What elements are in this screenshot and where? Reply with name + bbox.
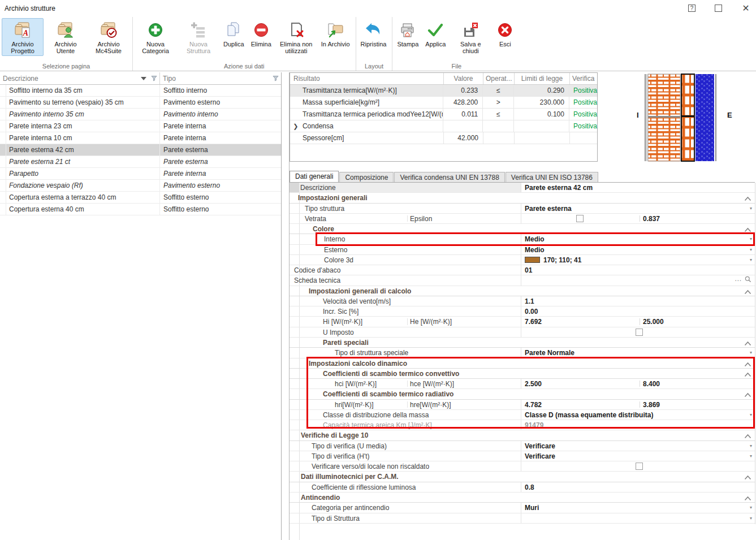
property-value[interactable]: Medio [525,246,545,254]
dropdown-arrow-icon[interactable]: ▾ [750,505,752,510]
toolbar-button-elimina[interactable]: Elimina [248,18,274,49]
category-verifiche-di-legge-10[interactable]: Verifiche di Legge 10 [290,430,755,440]
property-row-u-imposto[interactable]: U Imposto [290,327,755,338]
toolbar-button-in-archivio[interactable]: In Archivio [318,18,353,49]
property-row-colore-3d[interactable]: Colore 3d170; 110; 41▾ [290,255,755,265]
property-value[interactable]: Parete Normale [525,349,574,357]
filter-icon[interactable] [151,75,157,81]
table-row-parete-esterna-21-ct[interactable]: Parete esterna 21 ctParete esterna [0,156,281,168]
results-col-verifica[interactable]: Verifica [570,73,596,84]
property-value-2[interactable]: 0.837 [643,215,660,223]
property-value[interactable]: Classe D (massa equamente distribuita) [525,411,653,419]
property-row-tipo-di-struttura[interactable]: Tipo di Struttura▾ [290,513,755,524]
property-row-tipo-struttura[interactable]: Tipo strutturaParete esterna▾ [290,204,755,214]
toolbar-button-esci[interactable]: Esci [493,18,517,49]
table-row-copertura-esterna-a-terrazzo-40-cm[interactable]: Copertura esterna a terrazzo 40 cmSoffit… [0,192,281,204]
property-row-scheda-tecnica[interactable]: Scheda tecnica⋯ [290,275,755,286]
toolbar-button-stampa[interactable]: Stampa [394,18,421,49]
category-impostazioni-calcolo-dinamico[interactable]: Impostazioni calcolo dinamico [290,358,755,369]
category-colore[interactable]: Colore [290,224,755,234]
dropdown-arrow-icon[interactable]: ▾ [750,412,752,417]
collapse-chevron-icon[interactable] [744,195,751,203]
toolbar-button-archivio-progetto[interactable]: AArchivio Progetto [2,18,44,56]
property-value[interactable]: 2.500 [525,380,542,388]
property-row-tipo-di-verifica-u-media[interactable]: Tipo di verifica (U media)Verificare▾ [290,441,755,451]
results-col-limiti[interactable]: Limiti di legge [515,73,570,84]
sort-desc-icon[interactable] [141,77,146,80]
results-row-trasmittanza-termica-w-m-k[interactable]: Trasmittanza termica[W/(m²·K)]0.233≤0.29… [290,85,597,97]
table-row-fondazione-vespaio-rf[interactable]: Fondazione vespaio (Rf)Pavimento esterno [0,180,281,192]
property-value[interactable]: Medio [525,235,545,243]
dropdown-arrow-icon[interactable]: ▾ [750,453,752,459]
property-row-coefficiente-di-riflessione-luminosa[interactable]: Coefficiente di riflessione luminosa0.8 [290,482,755,493]
property-row-codice-d-abaco[interactable]: Codice d'abaco01 [290,265,755,275]
property-row-classe-di-distribuzione-della-massa[interactable]: Classe di distribuzione della massaClass… [290,410,755,420]
toolbar-button-salva-e-chiudi[interactable]: Salva e chiudi [450,18,491,56]
property-value[interactable]: Parete esterna 42 cm [525,184,593,192]
property-value[interactable]: 01 [525,266,532,274]
property-row-incr-sic[interactable]: Incr. Sic [%]0.00 [290,306,755,317]
table-row-pavimento-interno-35-cm[interactable]: Pavimento interno 35 cmPavimento interno [0,109,281,120]
property-value[interactable]: Verificare [525,452,555,460]
property-row-hi-w-m-k[interactable]: Hi [W/(m²·K)]He [W/(m²·K)]7.69225.000 [290,317,755,327]
dropdown-arrow-icon[interactable]: ▾ [750,247,752,252]
category-impostazioni-generali-di-calcolo[interactable]: Impostazioni generali di calcolo [290,286,755,296]
toolbar-button-elimina-non-utilizzati[interactable]: Elimina non utilizzati [275,18,317,56]
results-row-massa-superficiale-kg-m[interactable]: Massa superficiale[kg/m²]428.200>230.000… [290,97,597,109]
property-value-2[interactable]: 3.869 [643,401,660,409]
property-value[interactable]: Verificare [525,442,555,450]
property-row-tipo-di-struttura-speciale[interactable]: Tipo di struttura specialeParete Normale… [290,348,755,358]
ellipsis-button[interactable]: ⋯ [735,277,741,284]
help-icon[interactable]: ? [688,5,695,12]
results-row-spessore-cm[interactable]: Spessore[cm]42.000 [290,132,597,144]
property-value[interactable]: 1.1 [525,297,534,305]
property-row-interno[interactable]: InternoMedio▾ [290,234,755,244]
property-row-esterno[interactable]: EsternoMedio▾ [290,245,755,255]
checkbox[interactable] [576,215,584,222]
collapse-chevron-icon[interactable] [744,288,751,296]
toolbar-button-archivio-mc4suite[interactable]: Archivio Mc4Suite [88,18,129,56]
tab-composizione[interactable]: Composizione [339,172,394,182]
property-value[interactable]: 0.8 [525,483,534,491]
property-row-velocit-del-vento-m-s[interactable]: Velocità del vento[m/s]1.1 [290,296,755,306]
expand-arrow-icon[interactable]: ❯ [290,120,301,132]
results-col-valore[interactable]: Valore [444,73,483,84]
property-row-descrizione[interactable]: DescrizioneParete esterna 42 cm [290,183,755,193]
dropdown-arrow-icon[interactable]: ▾ [750,516,752,521]
tab-dati-generali[interactable]: Dati generali [290,171,339,182]
property-value-2[interactable]: 8.400 [643,380,660,388]
dropdown-arrow-icon[interactable]: ▾ [750,236,752,241]
category-dati-illuminotecnici-per-c-a-m[interactable]: Dati illuminotecnici per C.A.M. [290,472,755,482]
column-header-descrizione[interactable]: Descrizione [0,72,160,84]
dropdown-arrow-icon[interactable]: ▾ [750,257,752,262]
property-value[interactable]: 7.692 [525,318,542,326]
results-col-operatore[interactable]: Operat... [483,73,515,84]
category-antincendio[interactable]: Antincendio [290,493,755,503]
collapse-chevron-icon[interactable] [744,226,751,234]
property-value-2[interactable]: 25.000 [643,318,664,326]
property-value[interactable]: 170; 110; 41 [525,256,581,264]
collapse-chevron-icon[interactable] [744,433,751,440]
magnifier-icon[interactable] [745,276,751,284]
collapse-chevron-icon[interactable] [744,391,751,399]
close-icon[interactable]: ✕ [741,3,750,12]
checkbox[interactable] [636,329,643,336]
category-pareti-speciali[interactable]: Pareti speciali [290,338,755,348]
dropdown-arrow-icon[interactable]: ▾ [750,206,752,211]
collapse-chevron-icon[interactable] [744,361,751,369]
maximize-icon[interactable] [715,5,722,12]
toolbar-button-ripristina[interactable]: Ripristina [358,18,390,49]
category-coefficienti-di-scambio-termico-convettivo[interactable]: Coefficienti di scambio termico convetti… [290,369,755,379]
collapse-chevron-icon[interactable] [744,340,751,348]
toolbar-button-archivio-utente[interactable]: Archivio Utente [45,18,87,56]
column-header-tipo[interactable]: Tipo [160,72,281,84]
table-row-copertura-esterna-40-cm[interactable]: Copertura esterna 40 cmSoffitto esterno [0,204,281,215]
tab-verifica-uni-en-iso-13786[interactable]: Verifica UNI EN ISO 13786 [506,172,598,182]
collapse-chevron-icon[interactable] [744,495,751,503]
category-coefficienti-di-scambio-termico-radiativo[interactable]: Coefficienti di scambio termico radiativ… [290,389,755,399]
property-row-hri-w-m-k[interactable]: hri[W/(m²·K)]hre[W/(m²·K)]4.7823.869 [290,400,755,410]
property-row-verificare-verso-di-locale-non-riscaldato[interactable]: Verificare verso/di locale non riscaldat… [290,461,755,472]
table-row-parete-interna-23-cm[interactable]: Parete interna 23 cmParete interna [0,120,281,132]
property-row-categoria-per-antincendio[interactable]: Categoria per antincendioMuri▾ [290,503,755,513]
property-row-hci-w-m-k[interactable]: hci [W/(m²·K)]hce [W/(m²·K)]2.5008.400 [290,379,755,389]
